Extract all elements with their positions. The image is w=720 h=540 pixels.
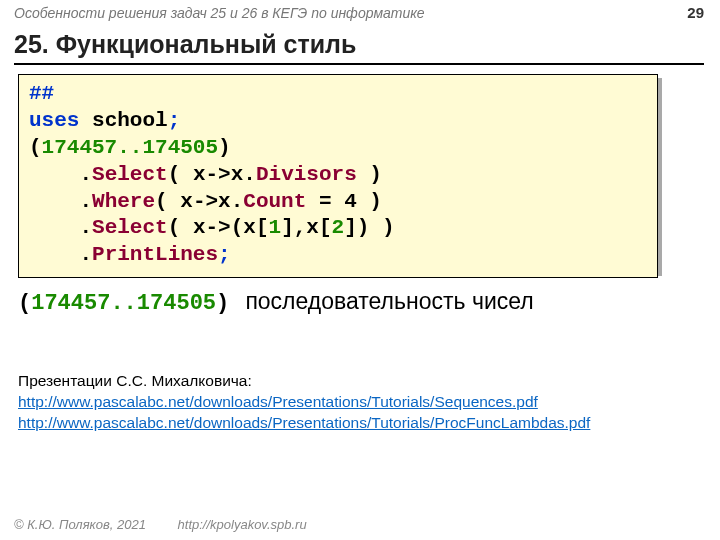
- footer: © К.Ю. Поляков, 2021 http://kpolyakov.sp…: [14, 517, 307, 532]
- top-row: Особенности решения задач 25 и 26 в КЕГЭ…: [14, 4, 704, 21]
- footer-url: http://kpolyakov.spb.ru: [178, 517, 307, 532]
- slide: Особенности решения задач 25 и 26 в КЕГЭ…: [0, 0, 720, 540]
- kw-select-1: Select: [92, 163, 168, 186]
- sequence-range: (174457..174505): [18, 291, 229, 316]
- running-title: Особенности решения задач 25 и 26 в КЕГЭ…: [14, 5, 425, 21]
- sequence-text: последовательность чисел: [245, 288, 533, 314]
- ident-school: school: [92, 109, 168, 132]
- kw-uses: uses: [29, 109, 79, 132]
- page-title: 25. Функциональный стиль: [14, 30, 704, 65]
- kw-printlines: PrintLines: [92, 243, 218, 266]
- code-content: ## uses school; (174457..174505) .Select…: [18, 74, 658, 278]
- ref-link-1[interactable]: http://www.pascalabc.net/downloads/Prese…: [18, 393, 538, 410]
- ref-intro: Презентации С.С. Михалковича:: [18, 371, 590, 392]
- sequence-annotation: (174457..174505) последовательность чисе…: [18, 288, 534, 316]
- kw-divisors: Divisors: [256, 163, 357, 186]
- code-l1: ##: [29, 82, 54, 105]
- range-literal: 174457..174505: [42, 136, 218, 159]
- footer-copy: © К.Ю. Поляков, 2021: [14, 517, 146, 532]
- page-number: 29: [687, 4, 704, 21]
- kw-where: Where: [92, 190, 155, 213]
- kw-select-2: Select: [92, 216, 168, 239]
- ref-link-2[interactable]: http://www.pascalabc.net/downloads/Prese…: [18, 414, 590, 431]
- kw-count: Count: [243, 190, 306, 213]
- references: Презентации С.С. Михалковича: http://www…: [18, 371, 590, 434]
- code-block: ## uses school; (174457..174505) .Select…: [18, 74, 658, 278]
